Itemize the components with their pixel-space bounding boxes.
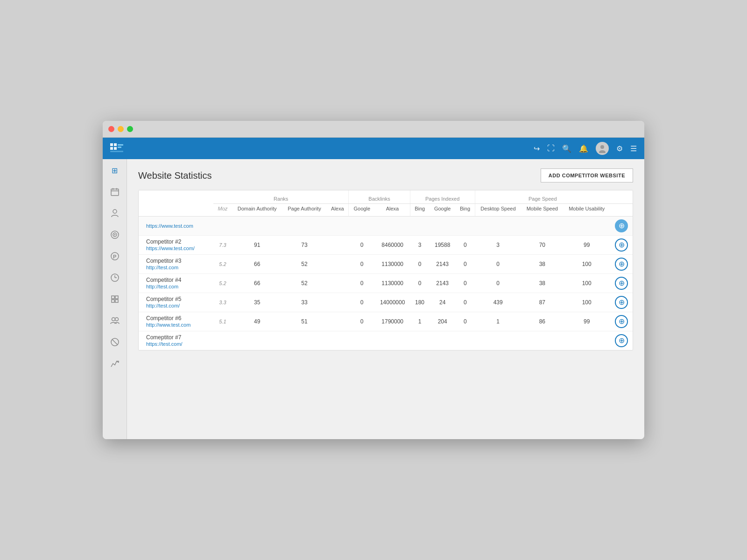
alexa-bl-cell: 1130000	[375, 274, 410, 293]
svg-rect-22	[112, 296, 114, 299]
page-auth-cell	[282, 331, 327, 350]
table-row: Competitor #3 http://test.com 5.2 66 52 …	[139, 255, 633, 274]
col-page-authority: Page Authority	[282, 204, 327, 217]
settings-icon[interactable]: ⚙	[616, 144, 623, 153]
svg-rect-23	[115, 296, 118, 299]
sidebar-item-dashboard[interactable]: ⊞	[108, 164, 121, 177]
menu-icon[interactable]: ☰	[630, 144, 637, 153]
desktop-speed-cell: 3	[475, 236, 521, 255]
empty-col-header	[139, 190, 213, 204]
svg-rect-5	[118, 147, 121, 148]
alexa-bl-cell: 1130000	[375, 255, 410, 274]
app-logo-icon	[110, 143, 123, 154]
mobile-usability-cell: 100	[563, 293, 610, 312]
mobile-speed-cell: 38	[521, 274, 563, 293]
google-pi-cell: 2143	[430, 255, 456, 274]
competitor-name: Competitor #6	[146, 315, 210, 322]
group-header-row: Ranks Backlinks Pages Indexed Page Speed	[139, 190, 633, 204]
table-row: Competitor #5 http://test.com/ 3.3 35 33…	[139, 293, 633, 312]
sidebar-item-clock[interactable]	[108, 271, 121, 284]
page-title: Website Statistics	[138, 170, 211, 181]
google-rank-cell: 0	[349, 293, 375, 312]
google-pi-cell: 2143	[430, 274, 456, 293]
titlebar	[103, 121, 644, 138]
sidebar-item-puzzle[interactable]	[108, 293, 121, 306]
close-button[interactable]	[108, 126, 114, 132]
alexa-bl-cell	[375, 217, 410, 236]
add-competitor-button[interactable]: ADD COMPETITOR WEBSITE	[541, 168, 633, 182]
google-rank-cell	[349, 331, 375, 350]
share-icon[interactable]: ↪	[534, 144, 540, 153]
bell-icon[interactable]: 🔔	[579, 144, 588, 153]
competitor-url-link[interactable]: https://www.test.com	[146, 223, 193, 229]
bing-bl-cell: 0	[410, 274, 430, 293]
competitor-url-link[interactable]: https://test.com/	[146, 341, 183, 347]
expand-icon[interactable]: ⛶	[547, 144, 555, 153]
col-domain-authority: Domain Authority	[232, 204, 282, 217]
sidebar-item-analytics[interactable]	[108, 357, 121, 370]
svg-point-8	[599, 150, 606, 153]
sidebar-item-parking[interactable]: P	[108, 250, 121, 263]
remove-competitor-button[interactable]: ⊕	[615, 219, 628, 232]
competitor-url-link[interactable]: http://test.com	[146, 284, 178, 289]
alexa-bl-cell	[375, 331, 410, 350]
add-row-button[interactable]: ⊕	[615, 277, 628, 290]
sidebar-item-target[interactable]	[108, 228, 121, 241]
add-row-button[interactable]: ⊕	[615, 238, 628, 252]
col-bing-bl: Bing	[410, 204, 430, 217]
alexa-bl-cell: 8460000	[375, 236, 410, 255]
svg-point-27	[115, 318, 118, 321]
svg-rect-6	[110, 151, 123, 152]
moz-cell	[213, 217, 232, 236]
minimize-button[interactable]	[118, 126, 124, 132]
google-rank-cell: 0	[349, 236, 375, 255]
add-row-button[interactable]: ⊕	[615, 296, 628, 309]
page-speed-group-header: Page Speed	[475, 190, 610, 204]
bing-pi-cell: 0	[455, 274, 475, 293]
desktop-speed-cell: 0	[475, 255, 521, 274]
desktop-speed-cell	[475, 217, 521, 236]
mobile-speed-cell	[521, 217, 563, 236]
maximize-button[interactable]	[127, 126, 133, 132]
action-cell: ⊕	[610, 274, 633, 293]
competitor-url-link[interactable]: http://test.com	[146, 265, 178, 270]
mobile-speed-cell: 70	[521, 236, 563, 255]
sidebar-item-calendar[interactable]	[108, 185, 121, 198]
col-alexa-bl: Alexa	[375, 204, 410, 217]
sidebar-item-team[interactable]	[108, 314, 121, 327]
svg-point-16	[114, 234, 115, 236]
page-auth-cell: 51	[282, 312, 327, 331]
domain-auth-cell: 66	[232, 274, 282, 293]
action-cell: ⊕	[610, 312, 633, 331]
mobile-speed-cell: 86	[521, 312, 563, 331]
sidebar-item-block[interactable]	[108, 336, 121, 349]
competitor-url-link[interactable]: https://www.test.com/	[146, 245, 195, 251]
bing-bl-cell	[410, 331, 430, 350]
sidebar: ⊞	[103, 159, 127, 439]
sidebar-item-user[interactable]	[108, 207, 121, 220]
competitor-url-link[interactable]: http://www.test.com	[146, 322, 190, 328]
add-row-button[interactable]: ⊕	[615, 258, 628, 271]
app-body: ⊞	[103, 159, 644, 439]
moz-cell: 3.3	[213, 293, 232, 312]
competitor-cell: Competitor #5 http://test.com/	[139, 293, 213, 312]
svg-rect-3	[114, 147, 117, 150]
col-action	[610, 204, 633, 217]
add-row-button[interactable]: ⊕	[615, 334, 628, 347]
moz-cell: 5.2	[213, 255, 232, 274]
svg-rect-0	[110, 143, 113, 146]
mobile-speed-cell	[521, 331, 563, 350]
desktop-speed-cell: 1	[475, 312, 521, 331]
action-cell: ⊕	[610, 293, 633, 312]
competitor-cell: Comeptitor #7 https://test.com/	[139, 331, 213, 350]
avatar[interactable]	[596, 142, 609, 155]
domain-auth-cell: 66	[232, 255, 282, 274]
svg-rect-1	[114, 143, 117, 146]
search-icon[interactable]: 🔍	[562, 144, 571, 153]
add-row-button[interactable]: ⊕	[615, 315, 628, 328]
google-pi-cell	[430, 217, 456, 236]
bing-bl-cell: 180	[410, 293, 430, 312]
svg-point-26	[112, 318, 115, 321]
competitor-url-link[interactable]: http://test.com/	[146, 303, 180, 308]
table-row: https://www.test.com	[139, 217, 633, 236]
